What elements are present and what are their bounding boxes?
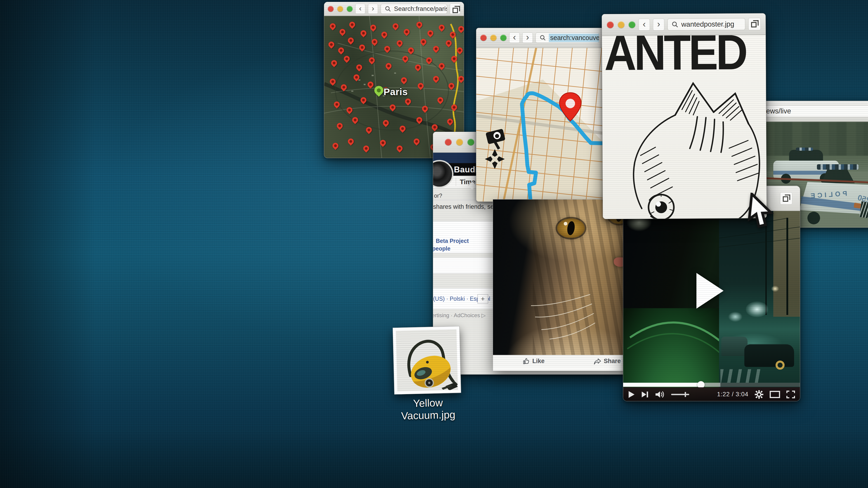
back-button[interactable]: ‹	[355, 4, 365, 14]
play-overlay-icon[interactable]	[696, 273, 723, 308]
map-pin-icon[interactable]	[329, 77, 337, 86]
map-pin-icon[interactable]	[355, 63, 364, 72]
map-pin-icon[interactable]	[412, 137, 421, 145]
map-pin-icon[interactable]	[396, 39, 404, 47]
map-pin-icon[interactable]	[457, 74, 464, 83]
minimize-button[interactable]	[456, 139, 463, 145]
map-pin-icon[interactable]	[415, 116, 423, 124]
footer-adchoices[interactable]: ertising · AdChoices ▷	[433, 312, 486, 319]
forward-button[interactable]: ›	[522, 33, 533, 43]
video-progress-bar[interactable]	[623, 383, 800, 387]
map-pin-icon[interactable]	[368, 56, 376, 64]
map-pin-icon[interactable]	[450, 103, 458, 111]
map-pin-icon[interactable]	[347, 36, 355, 44]
map-pin-icon[interactable]	[337, 46, 345, 55]
map-pin-icon[interactable]	[421, 105, 429, 113]
map-pin-icon[interactable]	[436, 96, 444, 104]
duplicate-tab-icon[interactable]	[748, 18, 761, 30]
map-pin-icon[interactable]	[415, 21, 423, 29]
map-pin-icon[interactable]	[398, 125, 407, 133]
map-pin-icon[interactable]	[352, 73, 361, 82]
map-pin-icon[interactable]	[414, 63, 422, 72]
map-pin-icon[interactable]	[348, 21, 356, 29]
forward-button[interactable]: ›	[653, 19, 664, 30]
map-pin-icon[interactable]	[396, 144, 404, 153]
fullscreen-icon[interactable]	[786, 391, 795, 398]
map-pin-icon[interactable]	[358, 43, 366, 52]
vancouver-street-map[interactable]	[476, 48, 603, 202]
minimize-button[interactable]	[337, 6, 343, 12]
duplicate-tab-icon[interactable]	[450, 4, 460, 14]
map-pin-icon[interactable]	[407, 46, 415, 55]
map-pin-icon[interactable]	[338, 28, 347, 36]
map-pin-icon[interactable]	[362, 144, 370, 153]
zoom-button[interactable]	[467, 139, 474, 145]
map-pin-icon[interactable]	[351, 116, 359, 124]
map-pin-icon[interactable]	[430, 123, 439, 131]
poster-search-field[interactable]: wantedposter.jpg	[668, 18, 745, 31]
map-pin-icon[interactable]	[437, 62, 446, 70]
map-pin-icon[interactable]	[432, 45, 440, 53]
minimize-button[interactable]	[490, 35, 497, 41]
miniplayer-icon[interactable]	[770, 391, 780, 398]
map-pin-icon[interactable]	[391, 22, 400, 30]
map-pin-icon[interactable]	[359, 96, 368, 104]
paris-search-field[interactable]: Search:france/paris	[381, 4, 447, 14]
close-button[interactable]	[480, 35, 487, 41]
map-pin-icon[interactable]	[359, 29, 368, 37]
forward-button[interactable]: ›	[368, 4, 378, 14]
play-icon[interactable]	[628, 391, 635, 398]
video-frame[interactable]: 1:22 / 3:04	[623, 211, 800, 401]
news-address-field[interactable]: news/live	[758, 105, 868, 117]
map-pin-icon[interactable]	[425, 56, 433, 64]
map-pin-icon[interactable]	[437, 23, 446, 32]
back-button[interactable]: ‹	[509, 33, 520, 43]
volume-slider[interactable]	[671, 394, 689, 395]
zoom-button[interactable]	[500, 35, 506, 41]
map-pin-icon[interactable]	[342, 55, 351, 63]
map-pin-icon[interactable]	[419, 37, 428, 46]
map-pin-icon[interactable]	[327, 40, 336, 49]
map-pin-icon[interactable]	[381, 119, 390, 127]
map-pin-icon[interactable]	[446, 117, 454, 126]
map-pin-icon[interactable]	[336, 122, 344, 130]
duplicate-tab-icon[interactable]	[780, 192, 792, 204]
minimize-button[interactable]	[618, 21, 625, 28]
map-pin-icon[interactable]	[366, 80, 375, 89]
map-pin-icon[interactable]	[426, 29, 435, 37]
map-pin-icon[interactable]	[331, 141, 340, 150]
map-pin-icon[interactable]	[432, 74, 440, 83]
zoom-button[interactable]	[347, 6, 352, 12]
next-icon[interactable]	[641, 391, 649, 398]
share-button[interactable]: Share	[594, 358, 621, 365]
map-pin-icon[interactable]	[403, 28, 411, 36]
link-beta-project[interactable]: Beta Project	[436, 238, 469, 244]
zoom-button[interactable]	[629, 21, 636, 28]
map-pin-icon[interactable]	[449, 31, 457, 39]
map-pin-icon[interactable]	[447, 82, 456, 90]
map-pin-icon[interactable]	[456, 46, 464, 55]
map-pin-icon[interactable]	[416, 82, 425, 90]
link-people[interactable]: people	[433, 246, 451, 252]
map-pin-icon[interactable]	[383, 45, 391, 53]
map-pin-icon[interactable]	[345, 106, 353, 114]
map-pin-icon[interactable]	[384, 62, 393, 70]
map-pin-icon[interactable]	[404, 97, 412, 106]
add-language-button[interactable]: +	[477, 294, 488, 304]
back-button[interactable]: ‹	[639, 19, 650, 31]
like-button[interactable]: Like	[523, 358, 545, 365]
map-pin-icon[interactable]	[347, 137, 355, 145]
close-button[interactable]	[328, 6, 334, 12]
map-pin-icon[interactable]	[450, 55, 458, 63]
map-pin-icon[interactable]	[369, 23, 377, 32]
map-pin-icon[interactable]	[340, 83, 348, 92]
map-pin-icon[interactable]	[380, 31, 389, 39]
map-pin-icon[interactable]	[329, 22, 337, 30]
vancouver-search-field[interactable]: search:vancouver	[535, 33, 599, 43]
desktop-icon-yellow-vacuum[interactable]: Yellow Vacuum.jpg	[393, 326, 476, 422]
map-pin-icon[interactable]	[389, 103, 397, 111]
map-pin-icon[interactable]	[330, 59, 338, 67]
map-pin-icon[interactable]	[401, 55, 410, 63]
map-pin-icon[interactable]	[400, 76, 408, 85]
volume-icon[interactable]	[655, 391, 665, 398]
